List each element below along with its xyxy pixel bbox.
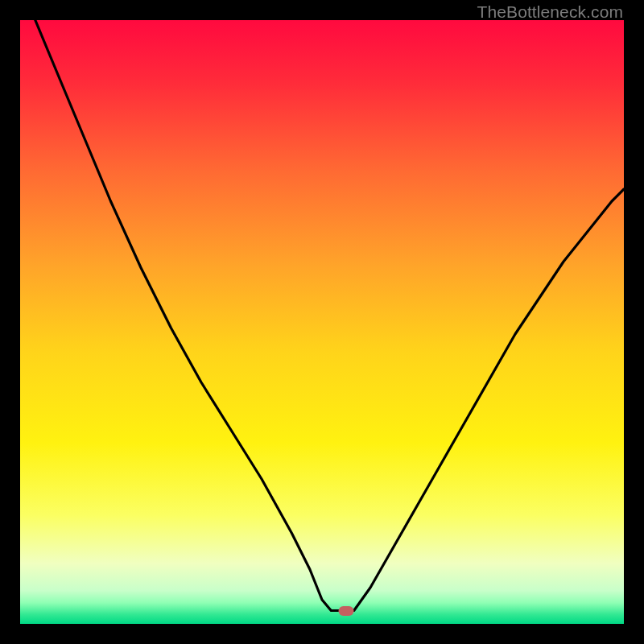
chart-frame: TheBottleneck.com [0,0,644,644]
credit-label: TheBottleneck.com [477,2,623,22]
plot-area [20,20,624,624]
bottleneck-curve [20,20,624,624]
optimal-marker [339,606,354,616]
